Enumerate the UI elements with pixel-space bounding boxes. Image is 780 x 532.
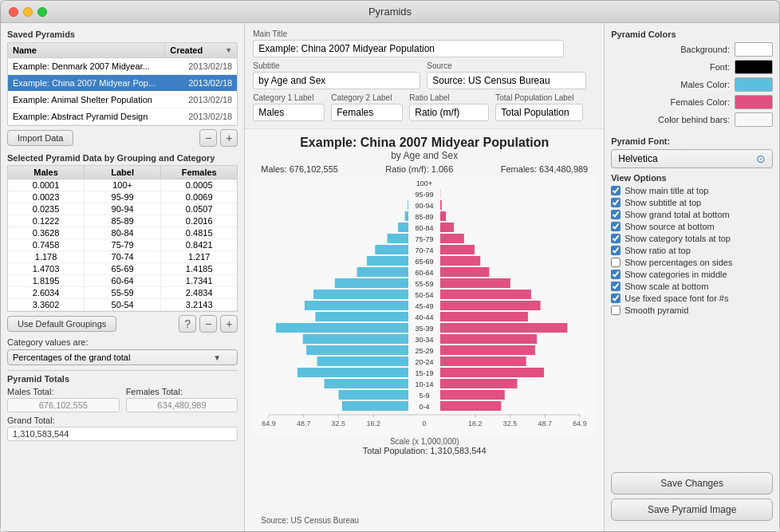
male-bar — [335, 278, 408, 288]
males-color-swatch[interactable] — [735, 77, 773, 92]
female-bar — [440, 312, 528, 321]
import-data-button[interactable]: Import Data — [7, 130, 73, 146]
females-color-swatch[interactable] — [735, 95, 773, 109]
view-option-label[interactable]: Smooth pyramid — [624, 305, 688, 315]
view-option-label[interactable]: Show subtitle at top — [624, 198, 701, 207]
male-bar — [303, 334, 408, 344]
add-grouping-button[interactable]: + — [220, 315, 238, 333]
background-label: Background: — [680, 45, 730, 54]
female-bar — [440, 368, 544, 377]
view-option-label[interactable]: Show ratio at top — [624, 246, 691, 255]
view-option-checkbox[interactable] — [611, 234, 620, 243]
category-select-value: Percentages of the grand total — [13, 353, 130, 362]
svg-text:48.7: 48.7 — [538, 420, 553, 428]
save-pyramid-image-button[interactable]: Save Pyramid Image — [611, 499, 773, 521]
females-total-input[interactable] — [126, 398, 238, 412]
females-total-field: Females Total: — [126, 387, 238, 412]
source-input[interactable] — [427, 72, 586, 89]
main-title-row: Main Title — [253, 30, 596, 57]
groupings-table-row: 1.17870-741.217 — [8, 251, 237, 263]
view-option-label[interactable]: Show percentages on sides — [624, 258, 732, 267]
view-option-checkbox[interactable] — [611, 246, 620, 255]
category-section: Category values are: Percentages of the … — [7, 337, 238, 365]
view-option-checkbox[interactable] — [611, 222, 620, 231]
groupings-add-remove-row: ? − + — [179, 315, 238, 333]
subtitle-field: Subtitle — [253, 61, 420, 89]
main-title-label: Main Title — [253, 30, 564, 38]
pyramid-list-item[interactable]: Example: Animal Shelter Population2013/0… — [8, 92, 237, 108]
bar-label: 90-94 — [416, 202, 434, 210]
view-option-label[interactable]: Show categories in middle — [624, 270, 727, 279]
pyramid-list-item[interactable]: Example: Abstract Pyramid Design2013/02/… — [8, 108, 237, 125]
view-option-label[interactable]: Show main title at top — [624, 186, 708, 195]
traffic-lights — [9, 7, 47, 17]
view-option-checkbox[interactable] — [611, 210, 620, 219]
male-bar — [342, 401, 408, 411]
label-cell: 85-89 — [85, 215, 161, 227]
view-option-checkbox[interactable] — [611, 258, 620, 267]
remove-grouping-button[interactable]: − — [199, 315, 217, 333]
males-stat: Males: 676,102,555 — [261, 164, 338, 174]
background-color-swatch[interactable] — [735, 42, 773, 57]
view-option-label[interactable]: Show scale at bottom — [624, 282, 708, 291]
totals-section: Pyramid Totals Males Total: Females Tota… — [7, 370, 238, 441]
female-bar — [440, 211, 446, 221]
font-select[interactable]: Helvetica ⊙ — [611, 149, 773, 168]
import-row: Import Data − + — [7, 129, 238, 147]
groupings-section: Selected Pyramid Data by Grouping and Ca… — [7, 153, 238, 333]
font-color-label: Font: — [710, 62, 730, 72]
cat2-input[interactable] — [331, 104, 403, 121]
view-option-label[interactable]: Show source at bottom — [624, 222, 715, 231]
female-bar — [440, 379, 517, 388]
ratio-label: Ratio Label — [409, 93, 489, 102]
save-changes-button[interactable]: Save Changes — [611, 472, 773, 495]
ratio-input[interactable] — [409, 104, 489, 121]
view-option-label[interactable]: Show category totals at top — [624, 234, 731, 243]
view-option-label[interactable]: Show grand total at bottom — [624, 210, 729, 219]
view-option-checkbox[interactable] — [611, 305, 620, 315]
remove-pyramid-button[interactable]: − — [199, 129, 217, 147]
use-default-groupings-button[interactable]: Use Default Groupings — [7, 316, 116, 332]
view-option-checkbox[interactable] — [611, 198, 620, 207]
maximize-button[interactable] — [37, 7, 47, 17]
minimize-button[interactable] — [23, 7, 33, 17]
form-section: Main Title Subtitle Source — [245, 23, 604, 129]
label-cell: 70-74 — [85, 251, 161, 262]
main-title-input[interactable] — [253, 40, 564, 57]
pyramid-list-item[interactable]: Example: Denmark 2007 Midyear...2013/02/… — [8, 58, 237, 75]
view-option-checkbox[interactable] — [611, 294, 620, 303]
view-option-checkbox[interactable] — [611, 270, 620, 279]
female-bar — [440, 290, 531, 299]
col-header-name: Name — [8, 43, 165, 57]
category-select[interactable]: Percentages of the grand total ▼ — [7, 349, 238, 365]
female-bar — [440, 278, 510, 288]
groupings-table-row: 0.002395-990.0069 — [8, 191, 237, 203]
view-option-row: Show category totals at top — [611, 234, 773, 243]
total-population-label: Total Population: 1,310,583,544 — [363, 446, 487, 455]
subtitle-input[interactable] — [253, 72, 420, 89]
view-option-label[interactable]: Use fixed space font for #s — [624, 294, 728, 303]
close-button[interactable] — [9, 7, 18, 17]
source-bottom-label: Source: US Census Bureau — [261, 516, 604, 525]
males-total-input[interactable] — [7, 398, 120, 412]
behind-bars-color-swatch[interactable] — [735, 112, 773, 127]
female-bar — [440, 267, 489, 277]
grand-total-input[interactable] — [7, 427, 238, 441]
colors-title: Pyramid Colors — [611, 30, 773, 39]
add-pyramid-button[interactable]: + — [220, 129, 238, 147]
pyramid-list-item[interactable]: Example: China 2007 Midyear Pop...2013/0… — [8, 75, 237, 92]
font-color-row: Font: — [611, 60, 773, 74]
grand-total-field: Grand Total: — [7, 416, 238, 441]
label-cell: 90-94 — [85, 203, 161, 215]
bar-label: 45-49 — [416, 302, 434, 310]
totalpop-input[interactable] — [495, 104, 583, 121]
view-option-checkbox[interactable] — [611, 186, 620, 195]
pyramid-name: Example: China 2007 Midyear Pop... — [8, 77, 173, 89]
font-color-swatch[interactable] — [735, 60, 773, 74]
help-button[interactable]: ? — [179, 315, 196, 333]
groupings-table-row: 0.362880-840.4815 — [8, 227, 237, 239]
view-option-checkbox[interactable] — [611, 282, 620, 291]
male-bar — [276, 323, 408, 333]
left-panel: Saved Pyramids Name Created ▼ Example: D… — [1, 23, 245, 531]
cat1-input[interactable] — [253, 104, 325, 121]
